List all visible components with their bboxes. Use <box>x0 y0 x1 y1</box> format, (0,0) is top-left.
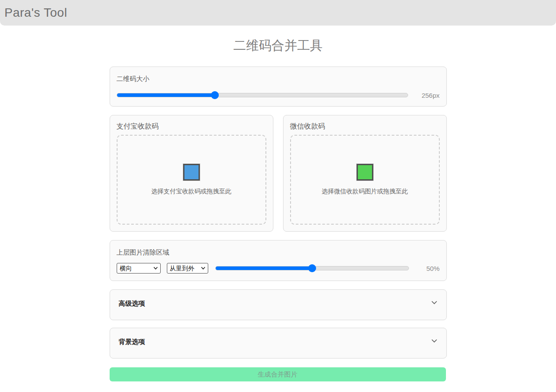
alipay-dropzone[interactable]: 选择支付宝收款码或拖拽至此 <box>117 135 266 225</box>
page-title: 二维码合并工具 <box>0 37 556 55</box>
alipay-upload-card: 支付宝收款码 选择支付宝收款码或拖拽至此 <box>110 115 273 232</box>
app-title: Para's Tool <box>4 6 67 20</box>
clear-order-select-wrap: 从里到外 <box>167 263 208 274</box>
wechat-upload-card: 微信收款码 选择微信收款码图片或拖拽至此 <box>283 115 447 232</box>
clear-area-controls: 横向 从里到外 50% <box>117 263 440 274</box>
qr-size-slider-fill <box>117 93 215 97</box>
chevron-down-icon <box>431 339 438 343</box>
wechat-upload-title: 微信收款码 <box>290 122 440 131</box>
advanced-options-title: 高级选项 <box>119 300 145 308</box>
clear-area-slider-fill <box>216 266 312 270</box>
app-header: Para's Tool <box>0 0 556 26</box>
clear-area-slider-track[interactable] <box>215 266 409 270</box>
advanced-options-accordion[interactable]: 高级选项 <box>110 289 447 320</box>
qr-size-slider-track[interactable] <box>117 93 408 97</box>
clear-area-label: 上层图片清除区域 <box>117 248 440 257</box>
qr-size-slider[interactable] <box>117 91 408 99</box>
qr-size-slider-thumb[interactable] <box>211 91 219 99</box>
qr-size-card: 二维码大小 256px <box>110 67 447 107</box>
main-content: 二维码大小 256px 支付宝收款码 选择支付宝收款码或拖拽至此 微信收款码 <box>110 67 447 381</box>
qr-size-label: 二维码大小 <box>117 75 440 83</box>
blue-square-placeholder-icon <box>183 164 200 181</box>
alipay-upload-title: 支付宝收款码 <box>117 122 266 131</box>
clear-area-card: 上层图片清除区域 横向 从里到外 <box>110 240 447 281</box>
wechat-dropzone-hint: 选择微信收款码图片或拖拽至此 <box>322 188 408 196</box>
background-options-accordion[interactable]: 背景选项 <box>110 328 447 359</box>
upload-row: 支付宝收款码 选择支付宝收款码或拖拽至此 微信收款码 选择微信收款码图片或拖拽至… <box>110 115 447 232</box>
clear-order-select[interactable]: 从里到外 <box>167 263 208 274</box>
qr-size-value: 256px <box>408 92 440 99</box>
clear-direction-select-wrap: 横向 <box>117 263 161 274</box>
clear-area-value: 50% <box>415 265 440 272</box>
qr-size-slider-row: 256px <box>117 91 440 99</box>
clear-area-slider[interactable] <box>215 264 409 272</box>
green-square-placeholder-icon <box>357 164 373 181</box>
background-options-title: 背景选项 <box>119 338 145 346</box>
generate-button[interactable]: 生成合并图片 <box>110 367 446 381</box>
clear-direction-select[interactable]: 横向 <box>117 263 161 274</box>
clear-area-slider-thumb[interactable] <box>308 264 316 272</box>
chevron-down-icon <box>431 300 438 305</box>
alipay-dropzone-hint: 选择支付宝收款码或拖拽至此 <box>151 188 232 196</box>
wechat-dropzone[interactable]: 选择微信收款码图片或拖拽至此 <box>290 135 440 225</box>
